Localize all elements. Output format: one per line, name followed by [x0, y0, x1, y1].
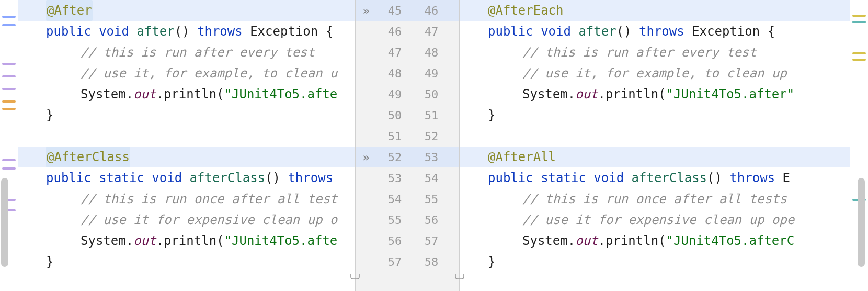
code-token: }: [488, 105, 495, 126]
left-code-line[interactable]: public static void afterClass() throws: [18, 167, 355, 188]
code-token: System.: [522, 84, 575, 105]
left-line-number: 53: [376, 172, 413, 185]
right-code-line[interactable]: // use it for expensive clean up ope: [460, 209, 850, 230]
gutter-row[interactable]: 5152: [356, 126, 459, 147]
code-token: void: [99, 21, 136, 42]
fold-marker-icon[interactable]: [350, 269, 360, 274]
accept-change-icon[interactable]: »: [356, 4, 376, 17]
right-code-line[interactable]: }: [460, 251, 850, 272]
change-marker[interactable]: [2, 100, 16, 103]
right-code-line[interactable]: public static void afterClass() throws E: [460, 167, 850, 188]
code-token: E: [783, 167, 790, 188]
left-code-line[interactable]: @AfterClass: [18, 147, 355, 167]
right-code-line[interactable]: // use it, for example, to clean up: [460, 63, 850, 84]
code-token: void: [152, 167, 189, 188]
change-marker[interactable]: [2, 108, 16, 110]
right-code-line[interactable]: System.out.println("JUnit4To5.after": [460, 84, 850, 105]
left-code-line[interactable]: }: [18, 251, 355, 272]
code-token: "JUnit4To5.after": [666, 84, 795, 105]
right-line-number: 51: [413, 109, 450, 122]
change-marker[interactable]: [2, 159, 16, 161]
right-code-line[interactable]: }: [460, 105, 850, 126]
gutter-row[interactable]: 4950: [356, 84, 459, 105]
gutter-row[interactable]: »4546: [356, 0, 459, 21]
right-pane[interactable]: @AfterEachpublic void after() throws Exc…: [460, 0, 868, 291]
left-code-line[interactable]: @After: [18, 0, 355, 21]
code-token: .println(: [598, 230, 666, 251]
left-code-line[interactable]: public void after() throws Exception {: [18, 21, 355, 42]
right-code-line[interactable]: @AfterAll: [460, 147, 850, 167]
right-code-line[interactable]: // this is run once after all tests: [460, 188, 850, 209]
left-code-line[interactable]: System.out.println("JUnit4To5.afte: [18, 84, 355, 105]
gutter-row[interactable]: 5354: [356, 167, 459, 188]
left-line-number: 49: [376, 88, 413, 101]
right-code-line[interactable]: System.out.println("JUnit4To5.afterC: [460, 230, 850, 251]
right-line-number: 56: [413, 214, 450, 227]
right-scrollbar[interactable]: [858, 178, 865, 267]
right-code[interactable]: @AfterEachpublic void after() throws Exc…: [460, 0, 850, 291]
right-code-line[interactable]: @AfterEach: [460, 0, 850, 21]
left-line-number: 52: [376, 151, 413, 164]
left-code-line[interactable]: // use it for expensive clean up o: [18, 209, 355, 230]
code-token: "JUnit4To5.afte: [224, 230, 338, 251]
code-token: @AfterClass: [46, 147, 130, 167]
gutter-row[interactable]: 5657: [356, 230, 459, 251]
code-token: throws: [197, 21, 250, 42]
accept-change-icon[interactable]: »: [356, 151, 376, 164]
code-token: void: [593, 167, 631, 188]
gutter-row[interactable]: 5051: [356, 105, 459, 126]
code-token: .println(: [598, 84, 666, 105]
gutter-row[interactable]: 5758: [356, 251, 459, 272]
code-token: throws: [639, 21, 692, 42]
line-number-gutter[interactable]: »4546464747484849495050515152»5253535454…: [355, 0, 460, 291]
change-marker[interactable]: [852, 52, 866, 54]
left-code-line[interactable]: // this is run after every test: [18, 42, 355, 63]
gutter-row[interactable]: 4647: [356, 21, 459, 42]
code-token: (): [707, 167, 729, 188]
code-token: public: [488, 21, 541, 42]
code-token: public: [488, 167, 541, 188]
right-code-line[interactable]: [460, 126, 850, 147]
right-line-number: 53: [413, 151, 450, 164]
gutter-row[interactable]: 5455: [356, 188, 459, 209]
gutter-row[interactable]: »5253: [356, 147, 459, 167]
left-code[interactable]: @Afterpublic void after() throws Excepti…: [18, 0, 355, 291]
code-token: System.: [81, 230, 133, 251]
code-token: // this is run once after all tests: [522, 188, 787, 209]
change-marker[interactable]: [852, 21, 866, 23]
left-line-number: 57: [376, 255, 413, 268]
gutter-row[interactable]: 4849: [356, 63, 459, 84]
left-line-number: 55: [376, 214, 413, 227]
gutter-row[interactable]: 5556: [356, 209, 459, 230]
change-marker[interactable]: [2, 16, 16, 18]
right-code-line[interactable]: public void after() throws Exception {: [460, 21, 850, 42]
change-marker[interactable]: [2, 63, 16, 65]
change-marker[interactable]: [2, 167, 16, 170]
change-marker[interactable]: [852, 59, 866, 61]
code-token: }: [46, 105, 53, 126]
code-token: System.: [522, 230, 575, 251]
left-scrollbar[interactable]: [1, 178, 8, 267]
gutter-row[interactable]: 4748: [356, 42, 459, 63]
change-marker[interactable]: [2, 24, 16, 26]
right-code-line[interactable]: // this is run after every test: [460, 42, 850, 63]
left-pane[interactable]: @Afterpublic void after() throws Excepti…: [0, 0, 355, 291]
change-marker[interactable]: [2, 75, 16, 77]
change-marker[interactable]: [2, 88, 16, 90]
right-line-number: 54: [413, 172, 450, 185]
left-code-line[interactable]: [18, 126, 355, 147]
change-marker[interactable]: [852, 15, 866, 17]
code-token: Exception {: [692, 21, 775, 42]
left-code-line[interactable]: // use it, for example, to clean u: [18, 63, 355, 84]
right-line-number: 47: [413, 25, 450, 38]
left-code-line[interactable]: System.out.println("JUnit4To5.afte: [18, 230, 355, 251]
code-token: @AfterAll: [488, 147, 556, 167]
right-line-number: 55: [413, 193, 450, 206]
code-token: throws: [729, 167, 782, 188]
left-code-line[interactable]: }: [18, 105, 355, 126]
right-line-number: 48: [413, 46, 450, 59]
left-code-line[interactable]: // this is run once after all test: [18, 188, 355, 209]
code-token: throws: [288, 167, 333, 188]
left-line-number: 48: [376, 67, 413, 80]
left-line-number: 46: [376, 25, 413, 38]
